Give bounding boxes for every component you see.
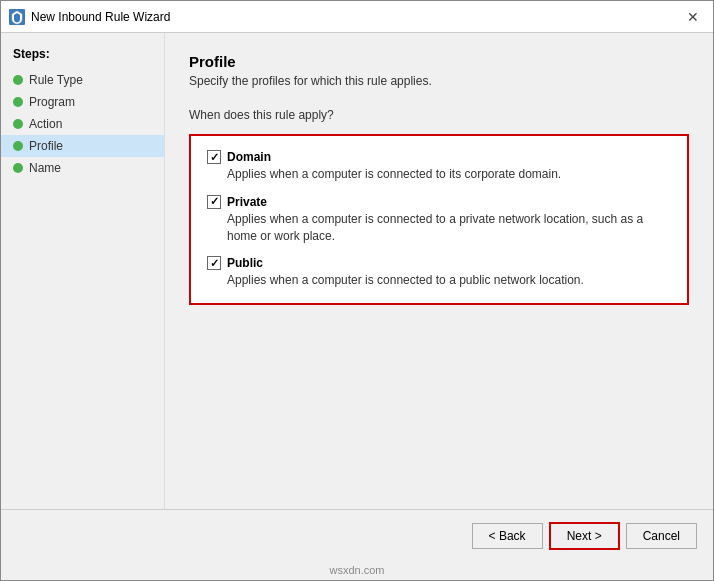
profiles-box: Domain Applies when a computer is connec… bbox=[189, 134, 689, 305]
sidebar-label-profile: Profile bbox=[29, 139, 63, 153]
watermark: wsxdn.com bbox=[1, 562, 713, 580]
close-button[interactable]: ✕ bbox=[681, 5, 705, 29]
sidebar-label-ruletype: Rule Type bbox=[29, 73, 83, 87]
main-panel: Profile Specify the profiles for which t… bbox=[165, 33, 713, 509]
sidebar-item-profile[interactable]: Profile bbox=[1, 135, 164, 157]
profile-public-header: Public bbox=[207, 256, 671, 270]
public-description: Applies when a computer is connected to … bbox=[207, 272, 671, 289]
back-button[interactable]: < Back bbox=[472, 523, 543, 549]
sidebar-item-action[interactable]: Action bbox=[1, 113, 164, 135]
profile-option-domain: Domain Applies when a computer is connec… bbox=[207, 150, 671, 183]
domain-name: Domain bbox=[227, 150, 271, 164]
profile-option-public: Public Applies when a computer is connec… bbox=[207, 256, 671, 289]
page-title: Profile bbox=[189, 53, 689, 70]
steps-label: Steps: bbox=[1, 43, 164, 69]
sidebar-label-action: Action bbox=[29, 117, 62, 131]
title-bar-left: New Inbound Rule Wizard bbox=[9, 9, 170, 25]
sidebar-label-name: Name bbox=[29, 161, 61, 175]
sidebar: Steps: Rule Type Program Action Profile … bbox=[1, 33, 165, 509]
step-indicator-action bbox=[13, 119, 23, 129]
page-subtitle: Specify the profiles for which this rule… bbox=[189, 74, 689, 88]
domain-description: Applies when a computer is connected to … bbox=[207, 166, 671, 183]
sidebar-item-name[interactable]: Name bbox=[1, 157, 164, 179]
public-checkbox[interactable] bbox=[207, 256, 221, 270]
profile-option-private: Private Applies when a computer is conne… bbox=[207, 195, 671, 245]
step-indicator-name bbox=[13, 163, 23, 173]
sidebar-item-ruletype[interactable]: Rule Type bbox=[1, 69, 164, 91]
title-bar-text: New Inbound Rule Wizard bbox=[31, 10, 170, 24]
step-indicator-program bbox=[13, 97, 23, 107]
sidebar-item-program[interactable]: Program bbox=[1, 91, 164, 113]
cancel-button[interactable]: Cancel bbox=[626, 523, 697, 549]
step-indicator-profile bbox=[13, 141, 23, 151]
app-icon bbox=[9, 9, 25, 25]
title-bar: New Inbound Rule Wizard ✕ bbox=[1, 1, 713, 33]
page-header: Profile Specify the profiles for which t… bbox=[189, 53, 689, 104]
profile-domain-header: Domain bbox=[207, 150, 671, 164]
step-indicator-ruletype bbox=[13, 75, 23, 85]
private-checkbox[interactable] bbox=[207, 195, 221, 209]
wizard-window: New Inbound Rule Wizard ✕ Steps: Rule Ty… bbox=[0, 0, 714, 581]
profile-private-header: Private bbox=[207, 195, 671, 209]
content-area: Steps: Rule Type Program Action Profile … bbox=[1, 33, 713, 509]
question-text: When does this rule apply? bbox=[189, 108, 689, 122]
private-description: Applies when a computer is connected to … bbox=[207, 211, 671, 245]
private-name: Private bbox=[227, 195, 267, 209]
next-button[interactable]: Next > bbox=[549, 522, 620, 550]
public-name: Public bbox=[227, 256, 263, 270]
domain-checkbox[interactable] bbox=[207, 150, 221, 164]
bottom-bar: < Back Next > Cancel bbox=[1, 509, 713, 562]
sidebar-label-program: Program bbox=[29, 95, 75, 109]
